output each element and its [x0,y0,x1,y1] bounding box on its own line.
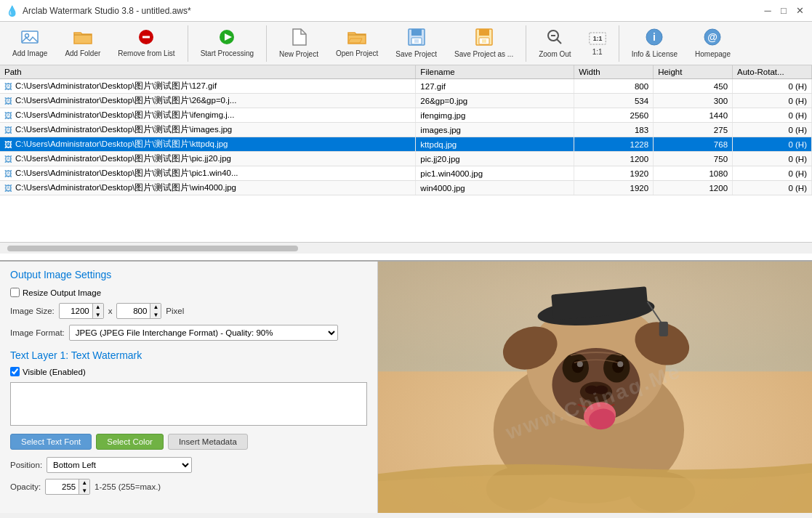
left-panel-scroll[interactable]: Output Image Settings Resize Output Imag… [0,262,377,513]
opacity-up-button[interactable]: ▲ [79,479,89,487]
opacity-down-button[interactable]: ▼ [79,487,89,495]
width-input[interactable]: 1200 [60,305,92,317]
image-size-row: Image Size: 1200 ▲ ▼ x 800 ▲ ▼ [10,303,367,319]
info-license-button[interactable]: i Info & License [624,25,686,62]
add-image-button[interactable]: Add Image [4,25,55,61]
start-processing-button[interactable]: Start Processing [193,25,262,61]
close-button[interactable]: ✕ [793,4,806,17]
width-down-button[interactable]: ▼ [93,311,103,319]
height-spinbox-buttons: ▲ ▼ [150,303,161,319]
table-row[interactable]: 🖼 C:\Users\Administrator\Desktop\图片\测试图片… [0,181,812,195]
cell-height: 1200 [654,181,733,195]
cell-height: 450 [654,79,733,94]
zoom-out-button[interactable]: Zoom Out [531,25,579,62]
cell-autorot: 0 (H) [733,152,812,166]
zoom-out-icon [546,28,563,49]
width-spinbox[interactable]: 1200 ▲ ▼ [59,303,104,319]
toolbar-separator-2 [266,25,267,62]
cell-width: 1200 [574,152,654,166]
visible-checkbox-label[interactable]: Visible (Enabled) [10,367,86,376]
svg-point-33 [617,361,623,367]
opacity-spinbox[interactable]: 255 ▲ ▼ [45,479,90,495]
header-height: Height [654,65,733,79]
titlebar: 💧 Arclab Watermark Studio 3.8 - untitled… [0,0,812,22]
save-project-icon [408,28,425,49]
svg-text:1:1: 1:1 [592,35,602,42]
table-row[interactable]: 🖼 C:\Users\Administrator\Desktop\图片\测试图片… [0,123,812,137]
save-project-as-label: Save Project as ... [454,50,513,58]
visible-checkbox[interactable] [10,367,20,376]
cell-height: 1080 [654,166,733,181]
visible-row: Visible (Enabled) [10,367,367,376]
height-input[interactable]: 800 [117,305,150,317]
table-row[interactable]: 🖼 C:\Users\Administrator\Desktop\图片\测试图片… [0,79,812,94]
svg-rect-7 [411,29,422,36]
horizontal-scrollbar[interactable] [0,242,812,254]
table-row[interactable]: 🖼 C:\Users\Administrator\Desktop\图片\测试图片… [0,108,812,123]
cell-autorot: 0 (H) [733,166,812,181]
width-up-button[interactable]: ▲ [93,303,103,311]
height-down-button[interactable]: ▼ [150,311,161,319]
open-project-button[interactable]: Open Project [328,25,386,61]
table-row[interactable]: 🖼 C:\Users\Administrator\Desktop\图片\测试图片… [0,137,812,152]
toolbar: Add Image Add Folder Remove from List St… [0,22,812,65]
width-spinbox-buttons: ▲ ▼ [92,303,103,319]
zoom-1to1-button[interactable]: 1:1 1:1 [581,27,614,60]
zoom-1to1-icon: 1:1 [589,31,606,46]
resize-checkbox-label[interactable]: Resize Output Image [10,288,101,297]
output-settings-section: Output Image Settings Resize Output Imag… [10,269,367,341]
cell-path: 🖼 C:\Users\Administrator\Desktop\图片\测试图片… [0,137,416,152]
path-text: C:\Users\Administrator\Desktop\图片\测试图片\p… [15,168,238,179]
text-watermark-input[interactable] [10,382,367,426]
table-row[interactable]: 🖼 C:\Users\Administrator\Desktop\图片\测试图片… [0,152,812,166]
height-spinbox[interactable]: 800 ▲ ▼ [116,303,161,319]
height-up-button[interactable]: ▲ [150,303,161,311]
homepage-button[interactable]: @ Homepage [687,25,739,62]
image-preview-panel: www.Chinaq.Me [378,262,812,513]
homepage-icon: @ [704,28,721,49]
add-folder-button[interactable]: Add Folder [57,25,108,61]
path-text: C:\Users\Administrator\Desktop\图片\测试图片\w… [15,182,236,193]
format-select[interactable]: JPEG (JPEG File Interchange Format) - Qu… [69,325,338,341]
path-text: C:\Users\Administrator\Desktop\图片\测试图片\2… [15,95,236,106]
new-project-button[interactable]: New Project [271,25,326,62]
maximize-button[interactable]: □ [777,4,790,17]
cell-filename: 127.gif [416,79,574,94]
resize-checkbox[interactable] [10,288,20,297]
remove-from-list-button[interactable]: Remove from List [110,25,182,61]
remove-icon [137,29,155,48]
minimize-button[interactable]: ─ [761,4,774,17]
table-row[interactable]: 🖼 C:\Users\Administrator\Desktop\图片\测试图片… [0,94,812,108]
cell-filename: kttpdq.jpg [416,137,574,152]
cell-path: 🖼 C:\Users\Administrator\Desktop\图片\测试图片… [0,181,416,195]
cell-autorot: 0 (H) [733,79,812,94]
path-text: C:\Users\Administrator\Desktop\图片\测试图片\i… [15,124,232,135]
table-scroll[interactable]: Path Filename Width Height Auto-Rotat...… [0,65,812,242]
path-text: C:\Users\Administrator\Desktop\图片\测试图片\p… [15,153,231,164]
svg-text:@: @ [708,31,718,43]
svg-rect-44 [659,322,668,336]
header-width: Width [574,65,654,79]
cell-height: 300 [654,94,733,108]
file-table: Path Filename Width Height Auto-Rotat...… [0,65,812,195]
select-font-button[interactable]: Select Text Font [10,434,92,450]
preview-svg: www.Chinaq.Me [378,262,812,513]
table-row[interactable]: 🖼 C:\Users\Administrator\Desktop\图片\测试图片… [0,166,812,181]
opacity-input[interactable]: 255 [46,481,79,493]
save-project-as-button[interactable]: Save Project as ... [446,25,521,62]
cell-width: 1920 [574,181,654,195]
path-text: C:\Users\Administrator\Desktop\图片\测试图片\k… [15,139,228,150]
cell-autorot: 0 (H) [733,181,812,195]
select-color-button[interactable]: Select Color [96,434,164,450]
cell-width: 800 [574,79,654,94]
output-settings-title: Output Image Settings [10,269,367,280]
homepage-label: Homepage [695,50,731,58]
cell-path: 🖼 C:\Users\Administrator\Desktop\图片\测试图片… [0,152,416,166]
header-autorot: Auto-Rotat... [733,65,812,79]
save-project-button[interactable]: Save Project [387,25,445,62]
insert-metadata-button[interactable]: Insert Metadata [168,434,248,450]
cell-filename: 26&gp=0.jpg [416,94,574,108]
file-icon: 🖼 [4,82,12,91]
position-select[interactable]: Bottom Left Bottom Right Top Left Top Ri… [47,457,192,473]
new-project-icon [291,28,307,49]
